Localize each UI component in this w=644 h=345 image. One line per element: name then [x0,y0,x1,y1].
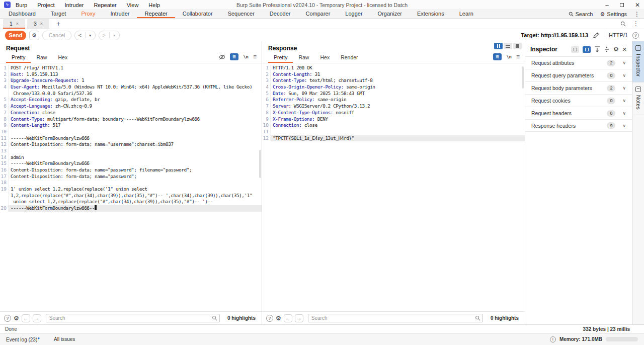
code-line[interactable]: 6Accept-Language: zh-CN,zh;q=0.9 [0,103,262,110]
request-editor[interactable]: 1POST /flag/ HTTP/1.12Host: 1.95.159.113… [0,63,262,311]
inspector-section-request-attributes[interactable]: Request attributes2∨ [525,56,632,69]
newline-toggle[interactable]: \n [243,54,249,59]
code-line[interactable]: 7Server: WSGIServer/0.2 CPython/3.13.2 [262,103,525,110]
inspector-section-request-cookies[interactable]: Request cookies0∨ [525,94,632,107]
forward-history-button[interactable]: > ▼ [99,31,120,40]
code-line[interactable]: 16Content-Disposition: form-data; name="… [0,167,262,174]
hide-nonprintable-icon[interactable] [219,54,225,60]
code-line[interactable]: 12"TPCTF{SQLi_1s_E4sy_13ut_H4rd}" [262,135,525,142]
help-icon[interactable]: ? [632,32,639,39]
chevron-down-icon[interactable]: ∨ [622,111,626,116]
code-line[interactable]: 17Content-Disposition: form-data; name="… [0,174,262,180]
request-tab-pretty[interactable]: Pretty [6,53,31,63]
response-tab-raw[interactable]: Raw [293,53,314,63]
response-tab-pretty[interactable]: Pretty [268,53,293,63]
close-tab-icon[interactable]: × [16,21,19,26]
close-button[interactable]: ✕ [635,2,640,8]
tab-menu-icon[interactable]: ⋮ [633,20,639,27]
chevron-down-icon[interactable]: ∨ [622,73,626,78]
inspector-view-toggle-2[interactable] [583,46,591,53]
maximize-button[interactable] [620,3,624,7]
search-input[interactable] [46,314,220,322]
code-line[interactable]: 1,2,replace(replace("#",char(34),char(39… [0,193,262,199]
menu-project[interactable]: Project [37,2,54,8]
newline-toggle[interactable]: \n [506,54,512,59]
code-line[interactable]: 5Date: Sun, 09 Mar 2025 13:58:43 GMT [262,91,525,97]
code-line[interactable]: 1HTTP/1.1 200 OK [262,65,525,71]
code-line[interactable]: 7Connection: close [0,110,262,116]
settings-button[interactable]: ⚙ Settings [600,11,627,18]
inspector-settings-icon[interactable]: ⚙ [613,46,619,53]
chevron-down-icon[interactable]: ∨ [622,85,626,91]
next-match-button[interactable]: → [33,314,41,322]
chevron-down-icon[interactable]: ∨ [622,98,626,103]
pretty-print-toggle[interactable]: ≣ [230,53,238,60]
inspector-section-request-body-parameters[interactable]: Request body parameters2∨ [525,81,632,94]
code-line[interactable]: 8X-Content-Type-Options: nosniff [262,110,525,116]
code-line[interactable]: 191' union select 1,2,replace(replace('1… [0,186,262,193]
code-line[interactable]: 11------WebKitFormBoundarylzw666 [0,135,262,142]
request-tab-hex[interactable]: Hex [52,53,73,63]
code-line[interactable]: 10 [0,129,262,135]
code-line[interactable]: Chrome/133.0.0.0 Safari/537.36 [0,91,262,97]
tab-learn[interactable]: Learn [452,10,481,18]
code-line[interactable]: 2Content-Length: 31 [262,71,525,78]
menu-help[interactable]: Help [148,2,160,8]
inspector-section-request-query-parameters[interactable]: Request query parameters0∨ [525,69,632,81]
collapse-all-icon[interactable] [604,46,610,52]
edit-pencil-icon[interactable] [593,32,599,39]
tab-repeater[interactable]: Repeater [137,10,175,18]
menu-repeater[interactable]: Repeater [94,2,116,8]
minimize-button[interactable]: – [605,2,609,8]
code-line[interactable]: 13 [0,148,262,154]
response-editor[interactable]: 1HTTP/1.1 200 OK2Content-Length: 313Cont… [262,63,525,311]
tab-comparer[interactable]: Comparer [298,10,338,18]
tab-proxy[interactable]: Proxy [73,10,103,18]
code-line[interactable]: 20------WebKitFormBoundarylzw666-- [0,205,262,212]
expand-all-icon[interactable] [594,46,600,52]
code-line[interactable]: 1POST /flag/ HTTP/1.1 [0,65,262,71]
cancel-button[interactable]: Cancel [42,31,71,40]
tab-sequencer[interactable]: Sequencer [220,10,262,18]
inspector-close-icon[interactable]: ✕ [622,46,627,53]
code-line[interactable]: 15------WebKitFormBoundarylzw666 [0,160,262,167]
response-tab-hex[interactable]: Hex [314,53,335,63]
sidebar-item-inspector[interactable]: Inspector [632,41,644,82]
more-options-icon[interactable]: ⋮ [634,11,640,18]
search-input[interactable] [308,314,483,322]
global-search-button[interactable]: Search [569,11,593,17]
menu-view[interactable]: View [127,2,139,8]
code-line[interactable]: 18 [0,180,262,186]
sidebar-item-notes[interactable]: Notes [632,82,644,115]
code-line[interactable]: 9X-Frame-Options: DENY [262,116,525,123]
send-button[interactable]: Send [5,31,26,40]
send-settings-button[interactable]: ⚙ [29,31,39,40]
code-line[interactable]: 12Content-Disposition: form-data; name="… [0,141,262,148]
all-issues-button[interactable]: All issues [54,336,75,342]
prev-match-button[interactable]: ← [22,314,30,322]
pretty-print-toggle[interactable]: ≣ [493,53,502,60]
add-tab-button[interactable]: + [51,20,65,28]
event-log-button[interactable]: Event log (23)● [6,336,40,342]
search-help-icon[interactable]: ? [4,315,11,322]
next-match-button[interactable]: → [295,314,303,322]
code-line[interactable]: 3Upgrade-Insecure-Requests: 1 [0,77,262,84]
back-history-button[interactable]: < ▼ [74,31,96,40]
repeater-tab-3[interactable]: 3× [27,19,49,29]
editor-menu-icon[interactable]: ≡ [516,53,520,60]
search-settings-icon[interactable]: ⚙ [14,315,19,322]
chevron-down-icon[interactable]: ∨ [622,123,626,128]
code-line[interactable]: 11 [262,129,525,135]
inspector-section-response-headers[interactable]: Response headers9∨ [525,119,632,132]
code-line[interactable]: 10Connection: close [262,122,525,129]
response-tab-render[interactable]: Render [335,53,363,63]
close-tab-icon[interactable]: × [40,21,43,26]
code-line[interactable]: 8Content-Type: multipart/form-data; boun… [0,116,262,123]
code-line[interactable]: 14admin [0,154,262,161]
tab-target[interactable]: Target [43,10,74,18]
tab-extensions[interactable]: Extensions [410,10,452,18]
http-version[interactable]: HTTP/1 [609,32,628,38]
tab-decoder[interactable]: Decoder [262,10,298,18]
editor-menu-icon[interactable]: ≡ [253,53,257,60]
scrollbar-thumb[interactable] [259,150,261,178]
